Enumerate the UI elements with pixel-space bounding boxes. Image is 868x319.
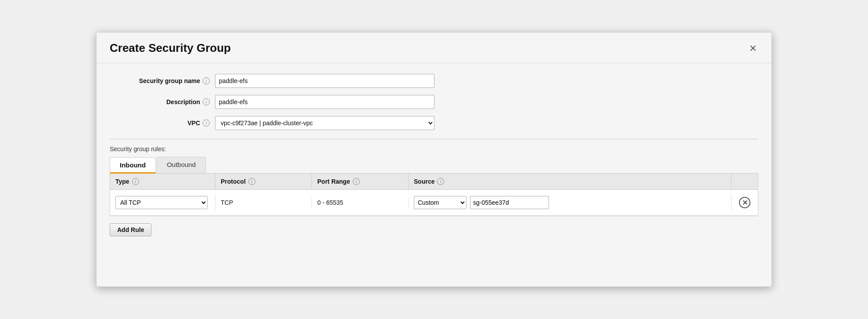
- port-range-header: Port Range i: [312, 174, 409, 189]
- security-group-name-input[interactable]: [215, 74, 434, 88]
- actions-header: [732, 174, 758, 189]
- type-info-icon: i: [132, 178, 139, 185]
- source-type-select[interactable]: Custom: [414, 196, 466, 209]
- rules-table: Type i Protocol i Port Range i Source i: [110, 174, 758, 216]
- modal-title: Create Security Group: [110, 41, 231, 55]
- source-cell: Custom: [409, 194, 732, 211]
- description-row: Description i: [110, 95, 758, 109]
- type-select[interactable]: All TCP: [115, 196, 208, 209]
- table-header: Type i Protocol i Port Range i Source i: [110, 174, 758, 190]
- source-header: Source i: [409, 174, 732, 189]
- rules-section: Security group rules: Inbound Outbound T…: [110, 139, 758, 236]
- security-group-name-label: Security group name i: [110, 77, 215, 84]
- protocol-header: Protocol i: [215, 174, 312, 189]
- tabs-container: Inbound Outbound: [110, 157, 758, 174]
- security-group-name-info-icon: i: [203, 77, 210, 84]
- vpc-info-icon: i: [203, 120, 210, 127]
- description-label: Description i: [110, 98, 215, 105]
- table-row: All TCP TCP 0 - 65535 Custom: [110, 190, 758, 216]
- protocol-info-icon: i: [248, 178, 255, 185]
- delete-icon: ✕: [739, 197, 750, 208]
- delete-cell: ✕: [732, 195, 758, 210]
- modal-body: Security group name i Description i VPC …: [97, 63, 771, 247]
- source-info-icon: i: [437, 178, 444, 185]
- add-rule-button[interactable]: Add Rule: [110, 223, 151, 236]
- source-value-input[interactable]: [470, 196, 549, 209]
- delete-rule-button[interactable]: ✕: [739, 196, 751, 209]
- protocol-cell: TCP: [215, 197, 312, 208]
- create-security-group-modal: Create Security Group × Security group n…: [96, 32, 772, 287]
- modal-header: Create Security Group ×: [97, 33, 771, 63]
- close-button[interactable]: ×: [748, 42, 758, 54]
- description-info-icon: i: [203, 98, 210, 105]
- source-group: Custom: [414, 196, 726, 209]
- form-section: Security group name i Description i VPC …: [110, 74, 758, 130]
- security-group-name-row: Security group name i: [110, 74, 758, 88]
- type-cell: All TCP: [110, 194, 215, 211]
- port-range-cell: 0 - 65535: [312, 197, 409, 208]
- vpc-row: VPC i vpc-c9f273ae | paddle-cluster-vpc: [110, 116, 758, 130]
- description-input[interactable]: [215, 95, 434, 109]
- vpc-label: VPC i: [110, 120, 215, 127]
- rules-label: Security group rules:: [110, 145, 758, 152]
- tab-inbound[interactable]: Inbound: [110, 157, 156, 174]
- type-header: Type i: [110, 174, 215, 189]
- tab-outbound[interactable]: Outbound: [157, 157, 206, 173]
- vpc-select[interactable]: vpc-c9f273ae | paddle-cluster-vpc: [215, 116, 434, 130]
- port-range-info-icon: i: [353, 178, 360, 185]
